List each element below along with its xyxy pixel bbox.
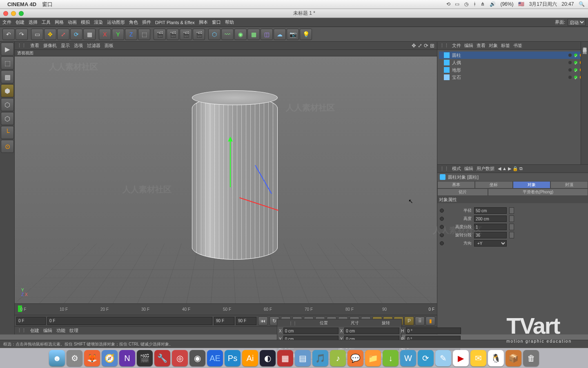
anim-dot[interactable] <box>440 209 444 213</box>
tab-phong[interactable]: 平滑着色(Phong) <box>488 188 588 196</box>
make-editable[interactable]: ▶ <box>1 43 14 56</box>
render-settings[interactable]: 🎬 <box>180 29 192 40</box>
size-x-field[interactable] <box>344 328 399 334</box>
add-light[interactable]: 💡 <box>300 29 312 40</box>
video-icon[interactable]: 🎬 <box>137 350 153 366</box>
nav-back-icon[interactable]: ◀ <box>498 166 501 171</box>
edge-mode[interactable]: ⬡ <box>1 112 14 125</box>
time-label[interactable]: 20:47 <box>561 1 574 7</box>
menu-create[interactable]: 创建 <box>16 19 24 25</box>
mat-edit[interactable]: 编辑 <box>43 328 52 334</box>
app-icon[interactable]: ◎ <box>172 350 188 366</box>
undo-button[interactable]: ↶ <box>2 29 15 40</box>
object-tree[interactable]: 圆柱 ✓ 人偶 ✓ 地形 ✓ 宝石 ✓ <box>437 50 588 164</box>
c4d-icon[interactable]: ◐ <box>260 350 276 366</box>
menu-help[interactable]: 帮助 <box>225 19 234 25</box>
tab-coord[interactable]: 坐标 <box>475 181 512 188</box>
anim-dot[interactable] <box>440 225 444 229</box>
point-mode[interactable]: ⬡ <box>1 98 14 111</box>
height-field[interactable] <box>474 215 507 222</box>
key-pla[interactable]: ⠿ <box>415 316 425 325</box>
key-anim[interactable]: ▮ <box>425 316 435 325</box>
render-region[interactable]: 🎬 <box>167 29 179 40</box>
newwin-icon[interactable]: ⧉ <box>519 166 523 171</box>
orient-select[interactable]: +Y <box>474 240 507 247</box>
cylinder-object[interactable] <box>192 96 278 260</box>
frame-range-end[interactable] <box>214 317 234 325</box>
vp-filter[interactable]: 过滤器 <box>87 43 100 49</box>
hseg-field[interactable] <box>474 224 507 230</box>
snap-mode[interactable]: ⊙ <box>1 140 14 153</box>
menu-mograph[interactable]: 运动图形 <box>107 19 125 25</box>
om-tags[interactable]: 标签 <box>501 43 510 49</box>
vp-display[interactable]: 显示 <box>61 43 70 49</box>
app-icon[interactable]: ⟳ <box>418 350 434 366</box>
mat-create[interactable]: 创建 <box>30 328 39 334</box>
app-icon[interactable]: ▤ <box>295 350 311 366</box>
om-obj[interactable]: 对象 <box>489 43 498 49</box>
menu-sim[interactable]: 模拟 <box>81 19 90 25</box>
qq-icon[interactable]: 🐧 <box>488 350 504 366</box>
frame-start-field[interactable] <box>16 317 46 325</box>
mat-func[interactable]: 功能 <box>56 328 65 334</box>
layout-select[interactable]: 启动 <box>568 19 586 26</box>
vp-zoom-icon[interactable]: ⤢ <box>418 43 422 49</box>
move-tool[interactable]: ✥ <box>44 29 56 40</box>
goto-start[interactable]: ⏮ <box>258 316 268 325</box>
app-icon[interactable]: ♪ <box>330 350 346 366</box>
bluetooth-icon[interactable]: ᚼ <box>473 1 476 7</box>
lock-x-axis[interactable]: X <box>99 29 111 40</box>
grip-icon[interactable]: ⋮⋮ <box>440 166 449 171</box>
select-tool[interactable]: ▭ <box>31 29 43 40</box>
attr-edit[interactable]: 编辑 <box>464 166 473 172</box>
frame-slider[interactable] <box>47 317 212 325</box>
flag-icon[interactable]: 🇺🇸 <box>518 1 524 7</box>
coord-system[interactable]: ⬚ <box>138 29 150 40</box>
rotate-tool[interactable]: ⟳ <box>70 29 82 40</box>
model-mode[interactable]: ⬚ <box>1 56 14 70</box>
key-param[interactable]: P <box>404 316 414 325</box>
om-view[interactable]: 查看 <box>477 43 486 49</box>
tab-object[interactable]: 对象 <box>513 181 550 188</box>
lock-icon[interactable]: 🔒 <box>512 166 518 171</box>
sync-icon[interactable]: ⟲ <box>446 1 450 7</box>
grip-icon[interactable]: ⋮⋮ <box>277 321 308 325</box>
add-primitive[interactable]: ⬡ <box>208 29 220 40</box>
onenote-icon[interactable]: N <box>119 350 135 366</box>
vp-panel[interactable]: 面板 <box>105 43 114 49</box>
app-icon[interactable]: ↓ <box>383 350 399 366</box>
safari-icon[interactable]: 🧭 <box>102 350 118 366</box>
spinner[interactable] <box>509 207 514 214</box>
anim-dot[interactable] <box>440 241 444 245</box>
lock-z-axis[interactable]: Z <box>125 29 137 40</box>
pos-x-field[interactable] <box>283 328 339 334</box>
tab-basic[interactable]: 基本 <box>437 181 475 188</box>
app-icon[interactable]: 📦 <box>506 350 521 366</box>
spinner[interactable] <box>509 215 514 222</box>
menu-char[interactable]: 角色 <box>129 19 138 25</box>
ae-icon[interactable]: AE <box>207 350 223 366</box>
tree-item-figure[interactable]: 人偶 ✓ <box>439 59 586 66</box>
tree-item-landscape[interactable]: 地形 ✓ <box>439 66 586 74</box>
app-icon[interactable]: ▦ <box>277 350 293 366</box>
menu-window[interactable]: 窗口 <box>212 19 221 25</box>
timeline-ruler[interactable]: 0 F 10 F 20 F 30 F 40 F 50 F 60 F 70 F 8… <box>15 303 437 315</box>
frame-end-field[interactable] <box>236 317 256 325</box>
add-camera[interactable]: 📷 <box>287 29 299 40</box>
firefox-icon[interactable]: 🦊 <box>84 350 100 366</box>
close-button[interactable] <box>3 11 8 16</box>
tab-slice[interactable]: 切片 <box>437 188 488 196</box>
vp-max-icon[interactable]: ⊞ <box>430 43 434 49</box>
app-icon[interactable]: W <box>400 350 416 366</box>
spinner[interactable] <box>509 232 514 238</box>
spotlight-icon[interactable]: 🔍 <box>579 1 585 7</box>
menu-mesh[interactable]: 网格 <box>55 19 64 25</box>
ps-icon[interactable]: Ps <box>225 350 241 366</box>
anim-dot[interactable] <box>440 217 444 221</box>
render-queue[interactable]: 🎬 <box>193 29 205 40</box>
spinner[interactable] <box>509 224 514 230</box>
object-mode[interactable]: ⬢ <box>1 84 14 97</box>
nav-up-icon[interactable]: ▲ <box>502 166 507 171</box>
vp-nav-icon[interactable]: ✥ <box>412 43 416 49</box>
menu-plugins[interactable]: 插件 <box>142 19 151 25</box>
